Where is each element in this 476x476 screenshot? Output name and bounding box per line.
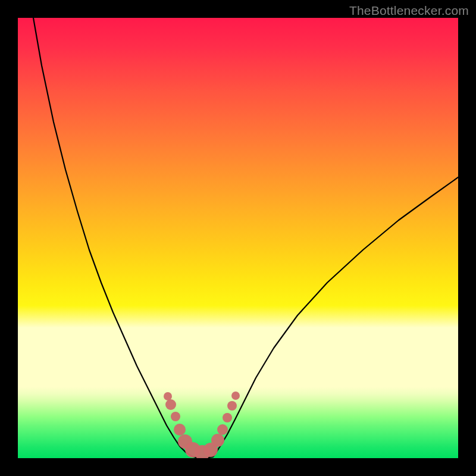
gradient-upper	[18, 18, 458, 387]
chart-frame	[18, 18, 458, 458]
gradient-lower	[18, 387, 458, 458]
watermark-text: TheBottleneсker.com	[349, 4, 469, 18]
